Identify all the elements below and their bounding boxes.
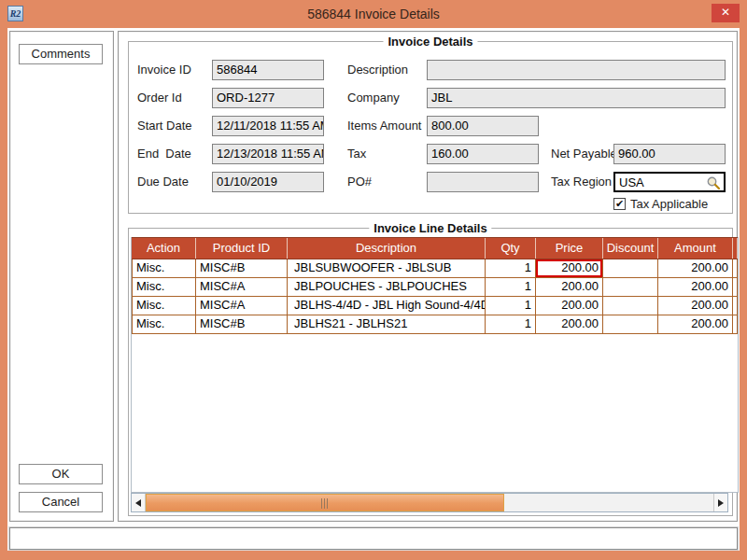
column-header-sliver: [733, 238, 738, 259]
table-cell[interactable]: [603, 259, 658, 278]
table-cell[interactable]: [603, 315, 658, 334]
table-cell[interactable]: 200.00: [536, 315, 603, 334]
start-date-field[interactable]: 12/11/2018 11:55 AM: [212, 116, 324, 136]
description-field[interactable]: [427, 60, 726, 80]
table-row: Misc.MISC#AJBLPOUCHES - JBLPOUCHES1200.0…: [132, 278, 738, 297]
table-cell[interactable]: JBLSUBWOOFER - JBLSUB: [288, 259, 486, 278]
description-label: Description: [347, 63, 408, 77]
table-cell[interactable]: JBLHS21 - JBLHS21: [288, 315, 486, 334]
left-arrow-icon: [135, 499, 141, 507]
table-cell[interactable]: 200.00: [658, 278, 733, 297]
table-cell[interactable]: Misc.: [132, 315, 196, 334]
table-cell[interactable]: 1: [486, 315, 536, 334]
table-cell[interactable]: 200.00: [536, 259, 603, 278]
order-id-label: Order Id: [137, 91, 182, 105]
invoice-line-details-group-title: Invoice Line Details: [369, 221, 491, 235]
comments-button[interactable]: Comments: [19, 44, 103, 64]
left-button-panel: Comments OK Cancel: [9, 31, 114, 522]
tax-label: Tax: [347, 147, 366, 161]
cancel-button[interactable]: Cancel: [19, 492, 103, 512]
company-label: Company: [347, 91, 400, 105]
table-cell[interactable]: MISC#B: [196, 315, 288, 334]
table-cell[interactable]: [603, 278, 658, 297]
tax-applicable-label: Tax Applicable: [630, 197, 708, 211]
table-row: Misc.MISC#BJBLSUBWOOFER - JBLSUB1200.002…: [132, 259, 738, 278]
scroll-right-button[interactable]: [713, 494, 727, 511]
po-field[interactable]: [427, 172, 539, 192]
table-cell[interactable]: MISC#A: [196, 297, 288, 315]
table-cell[interactable]: 200.00: [658, 315, 733, 334]
table-cell-sliver: [733, 315, 738, 334]
invoice-id-field[interactable]: 586844: [212, 60, 324, 80]
table-cell[interactable]: MISC#B: [196, 259, 288, 278]
table-row: Misc.MISC#AJBLHS-4/4D - JBL High Sound-4…: [132, 297, 738, 315]
table-cell[interactable]: Misc.: [132, 278, 196, 297]
company-field[interactable]: JBL: [427, 88, 726, 108]
net-payable-field[interactable]: 960.00: [613, 144, 726, 164]
tax-applicable-checkbox[interactable]: [613, 198, 626, 210]
column-header[interactable]: Product ID: [196, 238, 288, 259]
title-bar[interactable]: R2 586844 Invoice Details ✕: [0, 0, 747, 28]
right-arrow-icon: [718, 499, 724, 507]
tax-applicable-row: Tax Applicable: [613, 197, 708, 211]
main-panel: Invoice Details Invoice ID 586844 Order …: [118, 31, 738, 522]
close-button[interactable]: ✕: [712, 4, 740, 22]
table-cell[interactable]: 200.00: [658, 259, 733, 278]
table-cell[interactable]: JBLHS-4/4D - JBL High Sound-4/4D: [288, 297, 486, 315]
order-id-field[interactable]: ORD-1277: [212, 88, 324, 108]
thumb-grip-icon: [321, 498, 329, 509]
table-cell[interactable]: MISC#A: [196, 278, 288, 297]
tax-region-field[interactable]: USA: [613, 172, 726, 192]
invoice-line-details-group: Invoice Line Details ActionProduct IDDes…: [128, 228, 733, 516]
due-date-field[interactable]: 01/10/2019: [212, 172, 324, 192]
due-date-label: Due Date: [137, 175, 189, 189]
status-bar: [9, 527, 738, 550]
table-row: Misc.MISC#BJBLHS21 - JBLHS211200.00200.0…: [132, 315, 738, 334]
table-cell[interactable]: Misc.: [132, 297, 196, 315]
table-cell[interactable]: [603, 297, 658, 315]
items-amount-field[interactable]: 800.00: [427, 116, 539, 136]
tax-field[interactable]: 160.00: [427, 144, 539, 164]
table-cell[interactable]: 1: [486, 278, 536, 297]
net-payable-label: Net Payable: [551, 147, 617, 161]
invoice-id-label: Invoice ID: [137, 63, 191, 77]
table-cell[interactable]: 200.00: [536, 278, 603, 297]
scrollbar-thumb[interactable]: [146, 494, 504, 511]
tax-region-value: USA: [619, 175, 644, 189]
column-header[interactable]: Action: [132, 238, 196, 259]
items-amount-label: Items Amount: [347, 119, 421, 133]
ok-button[interactable]: OK: [19, 464, 103, 484]
line-items-body: Misc.MISC#BJBLSUBWOOFER - JBLSUB1200.002…: [132, 259, 738, 334]
table-cell[interactable]: 200.00: [658, 297, 733, 315]
table-cell[interactable]: Misc.: [132, 259, 196, 278]
table-cell[interactable]: 1: [486, 259, 536, 278]
table-cell-sliver: [733, 259, 738, 278]
po-label: PO#: [347, 175, 372, 189]
end-date-field[interactable]: 12/13/2018 11:55 AM: [212, 144, 324, 164]
line-items-header: ActionProduct IDDescriptionQtyPriceDisco…: [132, 237, 738, 259]
column-header[interactable]: Qty: [486, 238, 536, 259]
end-date-label: End Date: [137, 147, 191, 161]
tax-region-label: Tax Region: [551, 175, 612, 189]
line-items-grid: ActionProduct IDDescriptionQtyPriceDisco…: [131, 237, 739, 493]
column-header[interactable]: Discount: [603, 238, 658, 259]
search-icon[interactable]: [706, 175, 721, 190]
window-title: 586844 Invoice Details: [0, 7, 747, 21]
table-cell[interactable]: 200.00: [536, 297, 603, 315]
column-header[interactable]: Price: [536, 238, 603, 259]
table-cell[interactable]: 1: [486, 297, 536, 315]
horizontal-scrollbar[interactable]: [131, 493, 728, 512]
start-date-label: Start Date: [137, 119, 192, 133]
table-cell-sliver: [733, 278, 738, 297]
column-header[interactable]: Amount: [658, 238, 733, 259]
dialog-body: Comments OK Cancel Invoice Details Invoi…: [7, 28, 740, 551]
table-cell[interactable]: JBLPOUCHES - JBLPOUCHES: [288, 278, 486, 297]
scroll-left-button[interactable]: [132, 494, 146, 511]
invoice-details-group: Invoice Details Invoice ID 586844 Order …: [128, 41, 733, 214]
table-cell-sliver: [733, 297, 738, 315]
invoice-details-dialog: R2 586844 Invoice Details ✕ Comments OK …: [0, 0, 747, 560]
invoice-details-group-title: Invoice Details: [383, 35, 477, 49]
column-header[interactable]: Description: [288, 238, 486, 259]
